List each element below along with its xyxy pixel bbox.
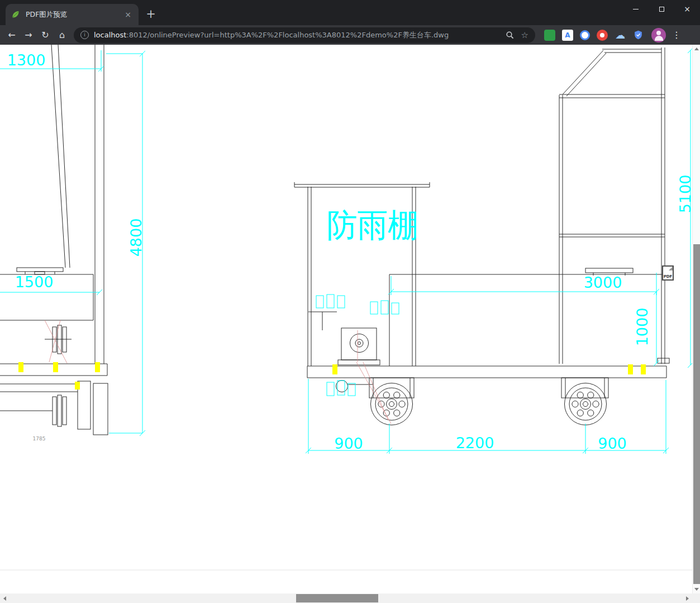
extension-icon-green[interactable] [544,30,555,41]
tab-strip: PDF图片预览 × + × [0,0,700,25]
browser-tab[interactable]: PDF图片预览 × [6,4,139,25]
tab-close-icon[interactable]: × [123,10,133,20]
translate-extension-icon[interactable]: A [562,30,573,41]
extension-icon-circle[interactable] [580,30,590,40]
pdf-file-icon[interactable]: PDF [662,265,674,281]
dim-2200: 2200 [456,434,494,452]
new-tab-button[interactable]: + [143,6,159,22]
vertical-scroll-thumb[interactable] [693,244,700,584]
horizontal-scrollbar[interactable] [0,593,692,603]
profile-avatar[interactable] [651,28,666,42]
extensions-area: A ☁ [544,30,644,41]
bookmark-star-icon[interactable]: ☆ [521,30,528,40]
dim-3000: 3000 [584,274,622,291]
dim-1300: 1300 [7,51,46,69]
shield-extension-icon[interactable] [632,30,644,41]
dim-1000: 1000 [634,308,651,346]
wheels [371,383,607,425]
url-path: :8012/onlinePreview?url=http%3A%2F%2Floc… [126,31,449,39]
forward-button[interactable]: → [20,27,37,44]
scroll-down-arrow[interactable] [693,585,700,593]
window-maximize-button[interactable] [649,0,674,18]
vertical-scrollbar[interactable] [692,45,700,593]
tab-title: PDF图片预览 [26,10,123,20]
window-minimize-button[interactable] [623,0,649,18]
back-button[interactable]: ← [3,27,20,44]
url-text: localhost:8012/onlinePreview?url=http%3A… [94,30,449,40]
canopy-label: 防雨棚 [327,206,418,244]
home-button[interactable]: ⌂ [54,27,70,44]
dim-5100: 5100 [677,175,692,213]
scroll-left-arrow[interactable] [0,593,9,603]
url-host: localhost [94,31,126,39]
browser-toolbar: ← → ↻ ⌂ i localhost:8012/onlinePreview?u… [0,25,700,45]
scrollbar-corner [692,593,700,603]
extension-dot [600,33,604,37]
scroll-up-arrow[interactable] [693,45,700,53]
dim-900-left: 900 [334,435,363,452]
address-bar[interactable]: i localhost:8012/onlinePreview?url=http%… [74,27,535,43]
avatar-body [655,36,663,41]
extension-icon-red[interactable] [597,30,608,41]
scroll-right-arrow[interactable] [683,593,692,603]
avatar-head [656,31,661,35]
dim-1500: 1500 [15,273,54,291]
dim-small: 1785 [33,436,46,441]
window-controls: × [623,0,700,18]
window-close-button[interactable]: × [674,0,700,18]
dim-4800: 4800 [127,219,145,257]
cloud-extension-icon[interactable]: ☁ [615,30,626,41]
spring-leaf-favicon [11,10,20,19]
browser-menu-icon[interactable]: ⋮ [670,30,683,40]
dim-900-right: 900 [598,435,627,452]
page-info-icon[interactable]: i [80,31,89,39]
zoom-icon[interactable] [506,31,515,40]
minimize-icon [633,9,639,10]
maximize-icon [659,7,664,12]
horizontal-scroll-thumb[interactable] [296,594,378,602]
page-content: 1300 4800 1500 3000 1000 5100 900 2200 9… [0,45,692,593]
cad-drawing: 1300 4800 1500 3000 1000 5100 900 2200 9… [0,45,692,593]
pdf-badge-label: PDF [663,274,673,279]
reload-button[interactable]: ↻ [37,27,54,44]
